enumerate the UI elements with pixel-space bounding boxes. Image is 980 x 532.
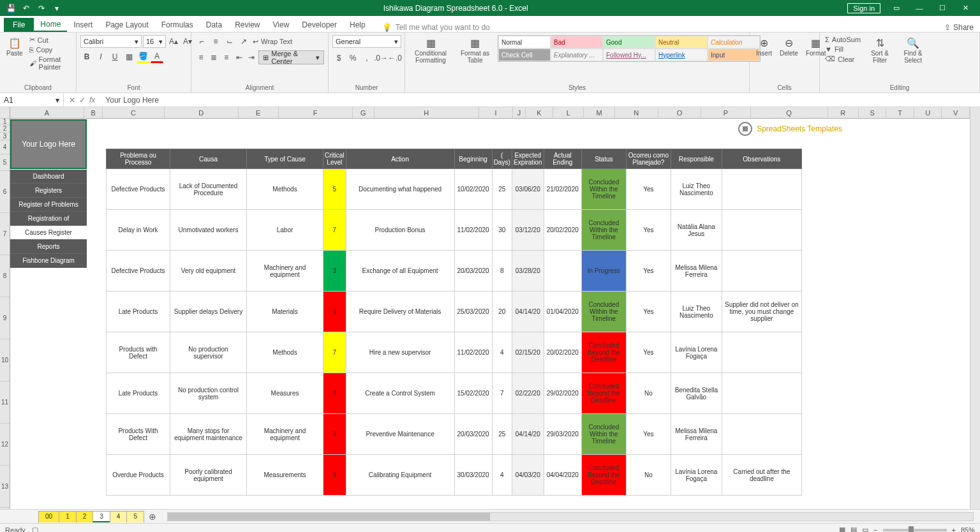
table-cell[interactable]: 15/02/2020 <box>454 373 492 414</box>
table-cell[interactable] <box>722 414 801 455</box>
table-cell[interactable]: Concluded Within the Timeline <box>581 292 626 332</box>
table-cell[interactable]: 30/03/2020 <box>454 455 492 496</box>
column-header[interactable]: K <box>526 107 554 118</box>
table-row[interactable]: Products With DefectMany stops for equip… <box>107 414 802 455</box>
table-cell[interactable]: 21/02/2020 <box>544 169 581 210</box>
close-icon[interactable]: ✕ <box>954 1 976 15</box>
font-color-button[interactable]: A <box>151 50 163 63</box>
column-header[interactable]: C <box>103 107 165 118</box>
table-cell[interactable]: 25/03/2020 <box>454 292 492 332</box>
sheet-tab[interactable]: 5 <box>126 511 144 522</box>
table-cell[interactable]: 02/22/20 <box>512 373 544 414</box>
table-cell[interactable]: 29/02/2020 <box>544 373 581 414</box>
table-cell[interactable]: Luiz Theo Nascimento <box>671 292 722 332</box>
sign-in-button[interactable]: Sign in <box>847 3 880 13</box>
table-cell[interactable]: 25 <box>492 169 512 210</box>
table-cell[interactable]: Yes <box>626 414 671 455</box>
increase-decimal-icon[interactable]: .0→ <box>375 52 387 64</box>
table-cell[interactable]: No production control system <box>170 373 247 414</box>
underline-button[interactable]: U <box>108 50 121 63</box>
new-sheet-button[interactable]: ⊕ <box>144 512 161 522</box>
zoom-out-icon[interactable]: − <box>873 526 877 533</box>
style-followed-hyperlink[interactable]: Followed Hy... <box>603 48 655 61</box>
style-check-cell[interactable]: Check Cell <box>498 48 551 61</box>
table-row[interactable]: Delay in WorkUnmotivated workersLabor7Pr… <box>107 210 802 251</box>
table-cell[interactable]: Melissa Milena Ferreira <box>671 251 722 292</box>
column-header[interactable]: B <box>84 107 103 118</box>
column-header[interactable]: O <box>658 107 702 118</box>
table-cell[interactable]: Yes <box>626 292 671 332</box>
table-cell[interactable]: Machinery and equipment <box>247 251 323 292</box>
cell-styles-gallery[interactable]: Normal Bad Good Neutral Calculation Chec… <box>498 35 761 62</box>
table-cell[interactable]: Hire a new supervisor <box>346 332 454 373</box>
table-cell[interactable]: In Progress <box>581 251 626 292</box>
table-cell[interactable]: Documenting what happened <box>346 169 454 210</box>
row-header[interactable]: 9 <box>0 297 10 339</box>
table-cell[interactable] <box>544 251 581 292</box>
table-cell[interactable]: Production Bonus <box>346 210 454 251</box>
table-cell[interactable]: Methods <box>247 169 323 210</box>
tell-me-search[interactable]: 💡 Tell me what you want to do <box>382 23 490 32</box>
decrease-indent-icon[interactable]: ⇤ <box>234 51 245 64</box>
column-header[interactable]: D <box>165 107 239 118</box>
tab-insert[interactable]: Insert <box>67 18 99 32</box>
copy-button[interactable]: ⎘Copy <box>28 45 72 54</box>
table-cell[interactable]: 9 <box>323 292 346 332</box>
table-cell[interactable]: 04/03/20 <box>512 455 544 496</box>
table-cell[interactable] <box>722 373 801 414</box>
table-cell[interactable]: 7 <box>492 373 512 414</box>
align-left-icon[interactable]: ≡ <box>195 51 207 64</box>
table-cell[interactable]: Luiz Theo Nascimento <box>671 169 722 210</box>
conditional-formatting-button[interactable]: ▦Conditional Formatting <box>409 35 452 65</box>
row-header[interactable]: 8 <box>0 255 10 297</box>
table-cell[interactable]: Overdue Products <box>107 455 170 496</box>
fx-icon[interactable]: fx <box>89 96 95 105</box>
row-header[interactable]: 6 <box>0 171 10 213</box>
table-cell[interactable]: Require Delivery of Materials <box>346 292 454 332</box>
table-cell[interactable]: 01/04/2020 <box>544 292 581 332</box>
cut-button[interactable]: ✂Cut <box>28 35 72 45</box>
table-cell[interactable] <box>722 169 801 210</box>
table-cell[interactable]: 10/02/2020 <box>454 169 492 210</box>
table-cell[interactable]: No <box>626 455 671 496</box>
table-cell[interactable]: 8 <box>323 373 346 414</box>
table-cell[interactable]: Defective Products <box>107 169 170 210</box>
tab-data[interactable]: Data <box>200 18 228 32</box>
insert-cells-button[interactable]: ⊕Insert <box>754 35 775 58</box>
table-cell[interactable]: Concluded Beyond the Deadline <box>581 373 626 414</box>
row-header[interactable]: 5 <box>0 154 10 171</box>
nav-item[interactable]: Causes Register <box>10 226 87 240</box>
column-header[interactable]: G <box>353 107 375 118</box>
column-header[interactable]: J <box>513 107 525 118</box>
table-cell[interactable]: Materials <box>247 292 323 332</box>
comma-format-icon[interactable]: , <box>360 52 373 64</box>
table-cell[interactable]: Many stops for equipment maintenance <box>170 414 247 455</box>
minimize-icon[interactable]: — <box>909 1 930 15</box>
column-header[interactable]: E <box>239 107 279 118</box>
style-normal[interactable]: Normal <box>498 36 551 48</box>
maximize-icon[interactable]: ☐ <box>932 1 953 15</box>
table-cell[interactable]: Melissa Milena Ferreira <box>671 414 722 455</box>
table-cell[interactable]: Late Products <box>107 292 170 332</box>
increase-indent-icon[interactable]: ⇥ <box>246 51 257 64</box>
table-cell[interactable]: 29/03/2020 <box>544 414 581 455</box>
table-cell[interactable]: Lavínia Lorena Fogaça <box>671 332 722 373</box>
table-cell[interactable]: Create a Control System <box>346 373 454 414</box>
align-center-icon[interactable]: ≣ <box>208 51 219 64</box>
column-header[interactable]: M <box>584 107 614 118</box>
table-cell[interactable]: Yes <box>626 251 671 292</box>
style-explanatory[interactable]: Explanatory ... <box>551 48 603 61</box>
table-cell[interactable]: 20/03/2020 <box>454 414 492 455</box>
nav-item[interactable]: Registration of <box>10 212 87 226</box>
align-right-icon[interactable]: ≡ <box>221 51 232 64</box>
paste-button[interactable]: 📋 Paste <box>4 35 26 58</box>
table-cell[interactable]: Products With Defect <box>107 414 170 455</box>
table-cell[interactable]: 9 <box>323 455 346 496</box>
table-cell[interactable]: Lavínia Lorena Fogaça <box>671 455 722 496</box>
sheet-tab[interactable]: 2 <box>76 511 94 522</box>
table-cell[interactable]: 20/02/2020 <box>544 332 581 373</box>
table-cell[interactable] <box>722 251 801 292</box>
table-cell[interactable]: Carried out after the deadline <box>722 455 801 496</box>
align-bottom-icon[interactable]: ⌙ <box>223 35 236 48</box>
column-header[interactable]: I <box>479 107 513 118</box>
